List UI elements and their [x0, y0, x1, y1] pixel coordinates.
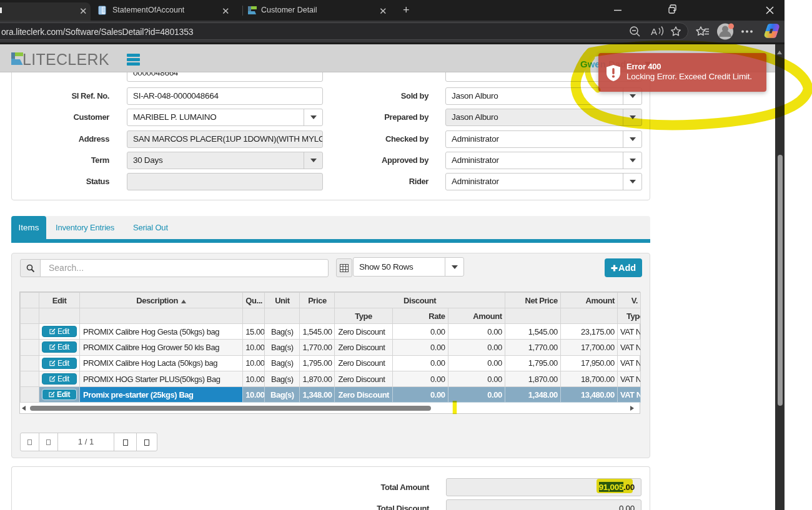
svg-text:A: A	[651, 26, 657, 37]
